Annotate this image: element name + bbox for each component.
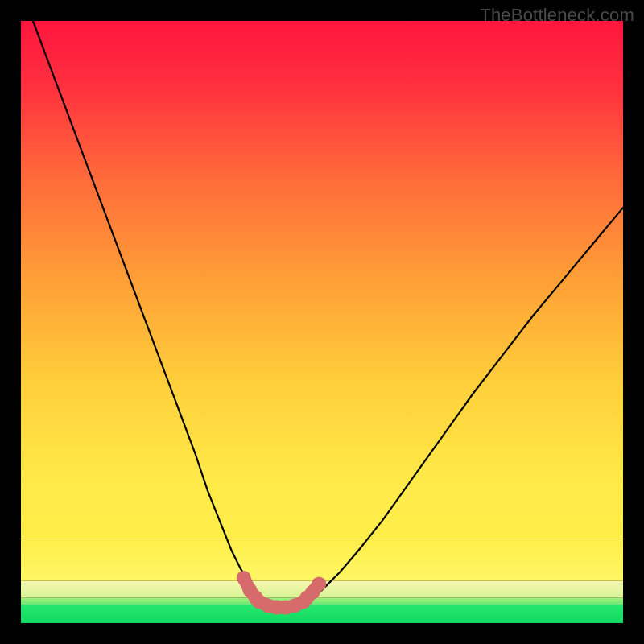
watermark-text: TheBottleneck.com <box>480 5 634 26</box>
band-base <box>21 605 623 623</box>
gradient-top <box>21 21 623 539</box>
band-mid3 <box>21 539 623 580</box>
highlight-right-point <box>312 576 326 591</box>
band-mid1 <box>21 598 623 605</box>
chart-frame: TheBottleneck.com <box>0 0 644 644</box>
chart-plot-area <box>21 21 623 623</box>
chart-svg <box>21 21 623 623</box>
